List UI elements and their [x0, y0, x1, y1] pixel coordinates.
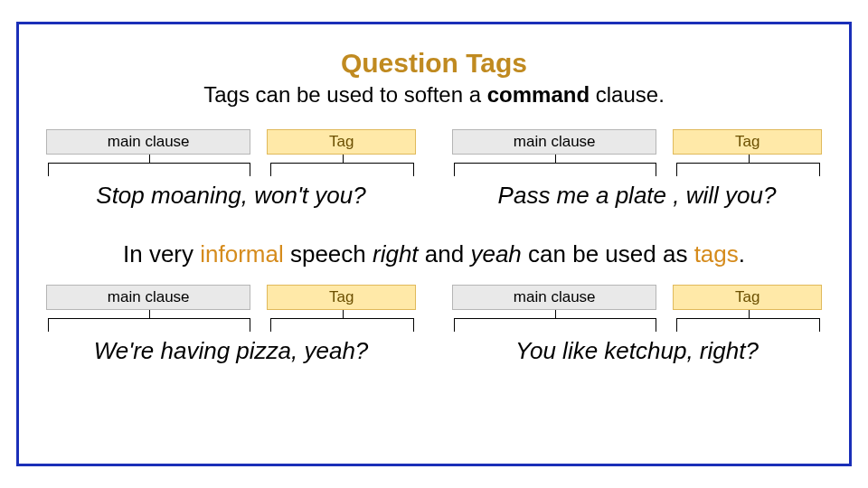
example-4: main clause Tag You like ketchup, right? [452, 285, 822, 365]
label-main-clause: main clause [46, 129, 250, 155]
example-sentence: Pass me a plate , will you? [498, 182, 777, 210]
sentence-tag: , yeah? [291, 337, 368, 365]
examples-row-top: main clause Tag Stop moaning, won't you?… [46, 129, 822, 210]
subtitle-post: clause. [590, 82, 665, 107]
example-sentence: You like ketchup, right? [515, 337, 759, 365]
mid-right: right [373, 240, 419, 267]
sentence-tag: , won't you? [241, 182, 366, 210]
example-sentence: Stop moaning, won't you? [96, 182, 365, 210]
mid-yeah: yeah [470, 240, 521, 267]
bracket-decor [452, 312, 822, 332]
sentence-tag: , right? [686, 337, 759, 365]
mid-p2: speech [284, 240, 373, 267]
example-sentence: We're having pizza, yeah? [94, 337, 369, 365]
example-3: main clause Tag We're having pizza, yeah… [46, 285, 416, 365]
sentence-main: Stop moaning [96, 182, 241, 210]
slide-subtitle: Tags can be used to soften a command cla… [19, 82, 849, 108]
mid-p5: . [739, 240, 745, 267]
subtitle-bold: command [487, 82, 590, 107]
subtitle-pre: Tags can be used to soften a [203, 82, 487, 107]
slide-title: Question Tags [19, 48, 849, 79]
bracket-decor [46, 156, 416, 176]
sentence-main: You like ketchup [515, 337, 686, 365]
label-main-clause: main clause [452, 285, 656, 310]
label-tag: Tag [673, 129, 822, 155]
sentence-main: We're having pizza [94, 337, 291, 365]
label-tag: Tag [267, 285, 416, 310]
mid-informal: informal [200, 240, 283, 267]
bracket-decor [452, 156, 822, 176]
label-tag: Tag [267, 129, 416, 155]
mid-p3: and [419, 240, 471, 267]
bracket-decor [46, 312, 416, 332]
mid-tags: tags [694, 240, 739, 267]
label-tag: Tag [673, 285, 822, 310]
example-2: main clause Tag Pass me a plate , will y… [452, 129, 822, 210]
mid-p1: In very [123, 240, 200, 267]
slide-frame: Question Tags Tags can be used to soften… [16, 22, 852, 466]
sentence-main: Pass me a plate [498, 182, 674, 210]
mid-p4: can be used as [522, 240, 694, 267]
examples-row-bottom: main clause Tag We're having pizza, yeah… [46, 285, 822, 365]
example-1: main clause Tag Stop moaning, won't you? [46, 129, 416, 210]
sentence-tag: , will you? [673, 182, 776, 210]
label-main-clause: main clause [452, 129, 656, 155]
label-main-clause: main clause [46, 285, 250, 310]
mid-sentence: In very informal speech right and yeah c… [19, 240, 849, 268]
